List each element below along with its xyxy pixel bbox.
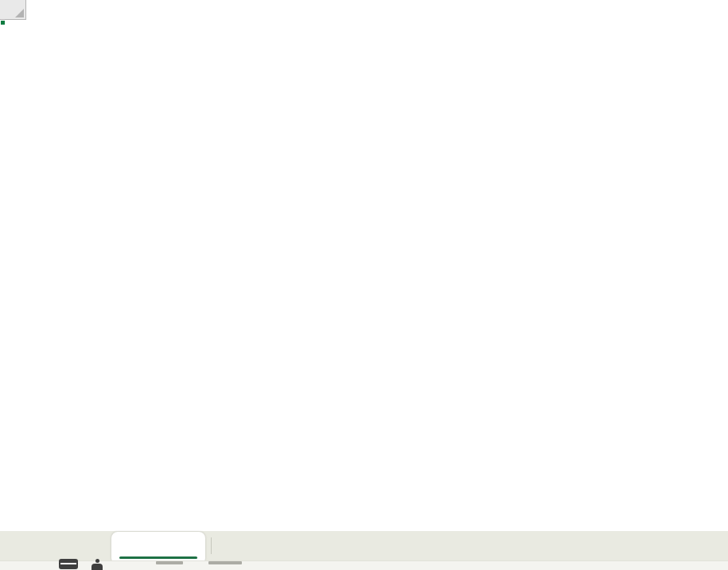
keyboard-icon[interactable]: [59, 559, 78, 569]
tab-divider: [211, 537, 212, 554]
spreadsheet-app: [0, 0, 728, 570]
status-text-fragment: [208, 561, 242, 564]
prev-sheet-button[interactable]: [18, 531, 37, 560]
select-all-corner[interactable]: [0, 0, 26, 20]
next-sheet-button[interactable]: [49, 531, 68, 560]
worksheet-grid: [0, 0, 728, 531]
accessibility-icon[interactable]: [91, 559, 103, 570]
add-sheet-button[interactable]: [239, 531, 268, 560]
select-all-triangle-icon: [15, 9, 24, 17]
accessibility-icon-torso: [91, 564, 103, 570]
status-text-fragment: [156, 561, 183, 564]
active-tab-underline: [119, 556, 197, 559]
accessibility-icon-head: [95, 559, 99, 563]
column-header-row: [0, 0, 728, 20]
sheet-tab-xero-output[interactable]: [111, 532, 205, 564]
fill-handle[interactable]: [0, 20, 6, 25]
sheet-tab-bar: [0, 531, 728, 560]
status-bar: [0, 560, 728, 570]
